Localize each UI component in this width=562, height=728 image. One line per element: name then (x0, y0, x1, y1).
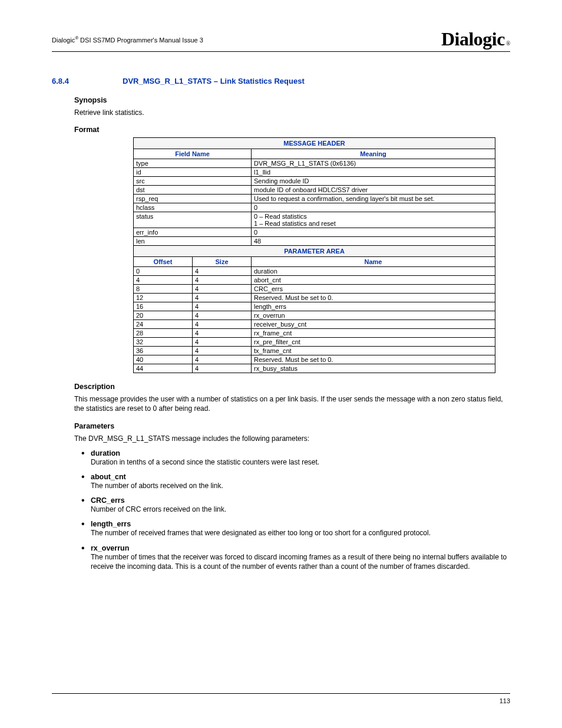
param-name: CRC_errs (91, 496, 510, 505)
meaning-cell: Used to request a confirmation, sending … (252, 195, 495, 203)
size-cell: 4 (193, 294, 252, 302)
field-cell: type (134, 159, 252, 168)
meaning-cell: 0 (252, 203, 495, 212)
page-number: 113 (500, 697, 510, 704)
size-cell: 4 (193, 329, 252, 338)
name-cell: CRC_errs (252, 285, 495, 294)
meaning-cell: 0 (252, 228, 495, 237)
section-title: DVR_MSG_R_L1_STATS – Link Statistics Req… (123, 77, 305, 85)
table-row: 44abort_cnt (134, 276, 495, 285)
size-cell: 4 (193, 267, 252, 276)
table-row: 324rx_pre_filter_cnt (134, 338, 495, 347)
field-cell: src (134, 177, 252, 186)
size-cell: 4 (193, 364, 252, 373)
field-name-label: Field Name (134, 149, 252, 159)
size-cell: 4 (193, 338, 252, 347)
table-row: typeDVR_MSG_R_L1_STATS (0x6136) (134, 159, 495, 168)
param-desc: Duration in tenths of a second since the… (91, 458, 319, 466)
param-name: length_errs (91, 520, 510, 528)
field-cell: err_info (134, 228, 252, 237)
table-subheader-row: Field Name Meaning (134, 149, 495, 159)
document-page: Dialogic® DSI SS7MD Programmer's Manual … (0, 0, 562, 728)
header-brand: Dialogic (52, 36, 75, 43)
table-row: dstmodule ID of onboard HDLC/SS7 driver (134, 186, 495, 195)
size-cell: 4 (193, 311, 252, 320)
header-title: Dialogic® DSI SS7MD Programmer's Manual … (52, 35, 203, 44)
field-cell: status (134, 212, 252, 228)
offset-cell: 44 (134, 364, 193, 373)
offset-cell: 36 (134, 347, 193, 355)
meaning-label: Meaning (252, 149, 495, 159)
offset-cell: 0 (134, 267, 193, 276)
size-cell: 4 (193, 355, 252, 364)
message-table: MESSAGE HEADER Field Name Meaning typeDV… (133, 137, 495, 373)
parameters-list: durationDuration in tenths of a second s… (74, 449, 510, 571)
name-cell: receiver_busy_cnt (252, 320, 495, 329)
meaning-cell: l1_llid (252, 168, 495, 177)
param-area-header: PARAMETER AREA (134, 246, 495, 257)
section-number: 6.8.4 (52, 77, 99, 85)
dialogic-logo: Dialogic® (441, 28, 510, 50)
field-cell: dst (134, 186, 252, 195)
name-label: Name (252, 257, 495, 267)
list-item: durationDuration in tenths of a second s… (82, 449, 510, 467)
table-row: 244receiver_busy_cnt (134, 320, 495, 329)
param-desc: The number of received frames that were … (91, 529, 431, 537)
param-name: rx_overrun (91, 544, 510, 552)
size-cell: 4 (193, 302, 252, 311)
name-cell: Reserved. Must be set to 0. (252, 355, 495, 364)
size-cell: 4 (193, 285, 252, 294)
parameters-intro: The DVR_MSG_R_L1_STATS message includes … (74, 434, 510, 443)
list-item: CRC_errsNumber of CRC errors received on… (82, 496, 510, 514)
page-header: Dialogic® DSI SS7MD Programmer's Manual … (52, 28, 510, 52)
offset-cell: 32 (134, 338, 193, 347)
size-cell: 4 (193, 320, 252, 329)
name-cell: rx_busy_status (252, 364, 495, 373)
content-body: Synopsis Retrieve link statistics. Forma… (74, 96, 510, 571)
meaning-cell: module ID of onboard HDLC/SS7 driver (252, 186, 495, 195)
table-row: srcSending module ID (134, 177, 495, 186)
meaning-cell: Sending module ID (252, 177, 495, 186)
param-desc: The number of aborts received on the lin… (91, 482, 223, 490)
offset-cell: 40 (134, 355, 193, 364)
offset-cell: 24 (134, 320, 193, 329)
offset-cell: 4 (134, 276, 193, 285)
table-row: 404Reserved. Must be set to 0. (134, 355, 495, 364)
offset-cell: 8 (134, 285, 193, 294)
field-cell: hclass (134, 203, 252, 212)
table-row: 204rx_overrun (134, 311, 495, 320)
synopsis-heading: Synopsis (74, 96, 510, 104)
name-cell: tx_frame_cnt (252, 347, 495, 355)
param-name: duration (91, 449, 510, 457)
meaning-cell: 0 – Read statistics 1 – Read statistics … (252, 212, 495, 228)
name-cell: rx_overrun (252, 311, 495, 320)
table-row: 364tx_frame_cnt (134, 347, 495, 355)
table-row: rsp_reqUsed to request a confirmation, s… (134, 195, 495, 203)
table-row: 164length_errs (134, 302, 495, 311)
name-cell: rx_pre_filter_cnt (252, 338, 495, 347)
field-cell: rsp_req (134, 195, 252, 203)
page-footer: 113 (52, 693, 510, 704)
name-cell: Reserved. Must be set to 0. (252, 294, 495, 302)
header-doc-title: DSI SS7MD Programmer's Manual Issue 3 (78, 36, 203, 43)
size-cell: 4 (193, 347, 252, 355)
size-cell: 4 (193, 276, 252, 285)
synopsis-text: Retrieve link statistics. (74, 108, 510, 117)
offset-label: Offset (134, 257, 193, 267)
table-row: 444rx_busy_status (134, 364, 495, 373)
table-row: 04duration (134, 267, 495, 276)
offset-cell: 20 (134, 311, 193, 320)
name-cell: abort_cnt (252, 276, 495, 285)
param-name: about_cnt (91, 473, 510, 481)
field-cell: id (134, 168, 252, 177)
msg-header-title: MESSAGE HEADER (134, 138, 495, 149)
offset-cell: 28 (134, 329, 193, 338)
list-item: length_errsThe number of received frames… (82, 520, 510, 538)
parameters-heading: Parameters (74, 422, 510, 430)
param-subheader-row: Offset Size Name (134, 257, 495, 267)
section-heading: 6.8.4 DVR_MSG_R_L1_STATS – Link Statisti… (52, 77, 510, 85)
table-row: 84CRC_errs (134, 285, 495, 294)
param-area-title: PARAMETER AREA (134, 246, 495, 257)
param-desc: Number of CRC errors received on the lin… (91, 505, 226, 513)
meaning-cell: DVR_MSG_R_L1_STATS (0x6136) (252, 159, 495, 168)
